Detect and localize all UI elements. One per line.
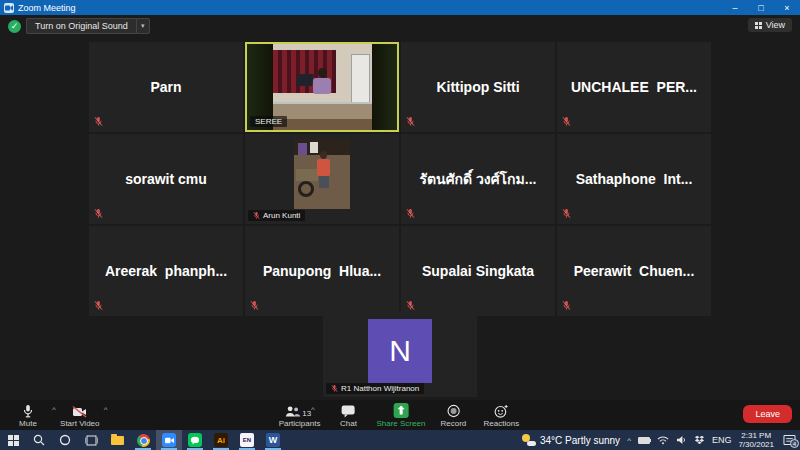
line-app-button[interactable] bbox=[182, 430, 208, 450]
zoom-camera-icon bbox=[4, 3, 14, 13]
microphone-icon bbox=[22, 403, 34, 418]
start-video-button[interactable]: Start Video bbox=[60, 403, 100, 428]
view-button[interactable]: View bbox=[748, 18, 792, 32]
participants-count-badge: 13 bbox=[302, 409, 311, 418]
maximize-button[interactable]: □ bbox=[748, 0, 774, 15]
participant-name-chip: Arun Kunti bbox=[248, 210, 305, 221]
share-screen-button[interactable]: Share Screen bbox=[376, 403, 425, 428]
illustrator-button[interactable]: Ai bbox=[208, 430, 234, 450]
participant-name: Sathaphone Int... bbox=[557, 134, 711, 224]
share-screen-label: Share Screen bbox=[376, 419, 425, 428]
chrome-button[interactable] bbox=[130, 430, 156, 450]
original-sound-dropdown[interactable]: ▾ bbox=[136, 18, 150, 34]
participant-tile-natthon[interactable]: N R1 Natthon Wijitranon bbox=[323, 311, 477, 397]
video-options-caret[interactable]: ^ bbox=[104, 405, 108, 414]
mute-button[interactable]: Mute bbox=[8, 403, 48, 428]
cortana-button[interactable] bbox=[52, 430, 78, 450]
windows-logo-icon bbox=[8, 435, 19, 446]
start-button[interactable] bbox=[0, 430, 26, 450]
participant-name: SEREE bbox=[255, 117, 282, 126]
mic-muted-icon bbox=[94, 300, 103, 311]
volume-icon[interactable] bbox=[676, 435, 687, 445]
partly-sunny-icon bbox=[522, 434, 536, 446]
mic-muted-icon bbox=[250, 300, 259, 311]
chat-button[interactable]: Chat bbox=[328, 403, 368, 428]
participants-button[interactable]: 13 ^ Participants bbox=[279, 403, 321, 428]
video-off-icon bbox=[72, 403, 87, 418]
word-button[interactable]: W bbox=[260, 430, 286, 450]
participant-tile-peerawit[interactable]: Peerawit Chuen... bbox=[557, 226, 711, 316]
mic-muted-icon bbox=[406, 116, 415, 127]
share-screen-icon bbox=[393, 403, 408, 418]
window-titlebar: Zoom Meeting – □ × bbox=[0, 0, 800, 15]
mute-label: Mute bbox=[19, 419, 37, 428]
participant-name: R1 Natthon Wijitranon bbox=[341, 384, 419, 393]
close-button[interactable]: × bbox=[774, 0, 800, 15]
record-button[interactable]: Record bbox=[433, 403, 473, 428]
hidden-icons-chevron[interactable]: ^ bbox=[627, 436, 631, 445]
line-app-icon bbox=[188, 433, 202, 447]
original-sound-label[interactable]: Turn on Original Sound bbox=[26, 18, 136, 34]
participant-tile-panupong[interactable]: Panupong Hlua... bbox=[245, 226, 399, 316]
video-feed bbox=[294, 139, 350, 209]
chat-label: Chat bbox=[340, 419, 357, 428]
start-video-label: Start Video bbox=[60, 419, 99, 428]
meeting-video-area: ✓ Turn on Original Sound ▾ View Parn SER… bbox=[0, 15, 800, 400]
mic-muted-icon bbox=[406, 208, 415, 219]
participant-tile-seree-active-speaker[interactable]: SEREE bbox=[245, 42, 399, 132]
record-label: Record bbox=[440, 419, 466, 428]
participant-tile-unchalee[interactable]: UNCHALEE PER... bbox=[557, 42, 711, 132]
action-center-button[interactable]: 4 bbox=[781, 433, 797, 447]
zoom-control-toolbar: Mute ^ Start Video ^ 13 ^ Participants C… bbox=[0, 400, 800, 430]
mic-muted-icon bbox=[562, 116, 571, 127]
chrome-icon bbox=[137, 434, 150, 447]
participant-tile-supalai[interactable]: Supalai Singkata bbox=[401, 226, 555, 316]
language-indicator[interactable]: ENG bbox=[712, 435, 732, 445]
participant-tile-kittipop[interactable]: Kittipop Sitti bbox=[401, 42, 555, 132]
participant-tile-arun[interactable]: Arun Kunti bbox=[245, 134, 399, 224]
participant-name: Parn bbox=[89, 42, 243, 132]
participant-tile-parn[interactable]: Parn bbox=[89, 42, 243, 132]
taskbar-search-button[interactable] bbox=[26, 430, 52, 450]
task-view-button[interactable] bbox=[78, 430, 104, 450]
taskbar-clock[interactable]: 2:31 PM 7/30/2021 bbox=[738, 431, 774, 449]
participants-label: Participants bbox=[279, 419, 321, 428]
endnote-button[interactable]: EN bbox=[234, 430, 260, 450]
participant-name: Arun Kunti bbox=[263, 211, 300, 220]
mic-muted-icon bbox=[562, 300, 571, 311]
wifi-icon[interactable] bbox=[657, 435, 669, 445]
taskbar-weather[interactable]: 34°C Partly sunny bbox=[522, 434, 620, 446]
chat-icon bbox=[341, 404, 356, 418]
leave-button[interactable]: Leave bbox=[743, 405, 792, 423]
minimize-button[interactable]: – bbox=[722, 0, 748, 15]
mute-options-caret[interactable]: ^ bbox=[52, 405, 56, 414]
zoom-app-button[interactable] bbox=[156, 430, 182, 450]
participant-tile-sathaphone[interactable]: Sathaphone Int... bbox=[557, 134, 711, 224]
dropbox-icon[interactable] bbox=[694, 435, 705, 445]
participant-tile-rattanasak[interactable]: รัตนศักดิ์ วงศ์โกม... bbox=[401, 134, 555, 224]
security-shield-icon[interactable]: ✓ bbox=[8, 20, 21, 33]
file-explorer-icon bbox=[111, 436, 124, 445]
mic-muted-icon bbox=[94, 208, 103, 219]
avatar-letter: N bbox=[389, 334, 411, 368]
original-sound-button[interactable]: Turn on Original Sound ▾ bbox=[26, 18, 150, 34]
word-icon: W bbox=[266, 433, 280, 447]
participant-tile-sorawit[interactable]: sorawit cmu bbox=[89, 134, 243, 224]
view-label: View bbox=[766, 20, 785, 30]
participants-caret[interactable]: ^ bbox=[311, 405, 315, 414]
file-explorer-button[interactable] bbox=[104, 430, 130, 450]
cortana-icon bbox=[59, 434, 71, 446]
reactions-button[interactable]: Reactions bbox=[481, 403, 521, 428]
participant-name: Kittipop Sitti bbox=[401, 42, 555, 132]
reactions-label: Reactions bbox=[484, 419, 520, 428]
participant-tile-areerak[interactable]: Areerak phanph... bbox=[89, 226, 243, 316]
weather-text: 34°C Partly sunny bbox=[540, 435, 620, 446]
participant-name: Peerawit Chuen... bbox=[557, 226, 711, 316]
participant-name: sorawit cmu bbox=[89, 134, 243, 224]
participant-name: Supalai Singkata bbox=[401, 226, 555, 316]
participants-icon bbox=[284, 405, 300, 418]
reactions-icon bbox=[494, 404, 509, 418]
battery-icon[interactable] bbox=[638, 437, 650, 444]
mic-muted-icon bbox=[331, 384, 338, 393]
search-icon bbox=[33, 434, 45, 446]
